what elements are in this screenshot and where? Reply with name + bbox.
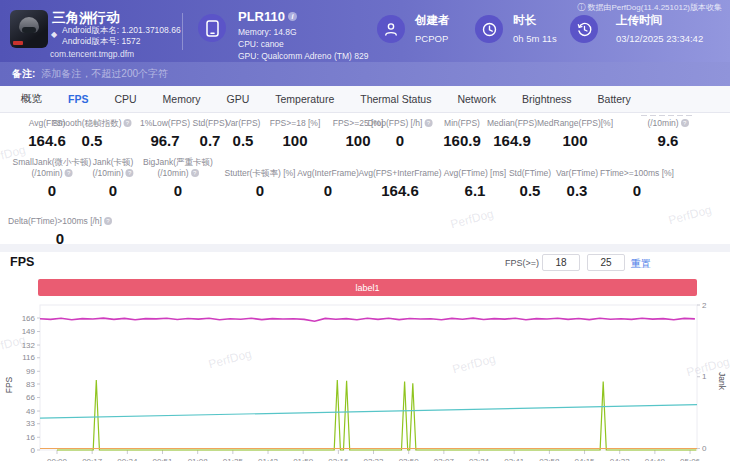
- info-icon: ⓘ: [577, 3, 587, 12]
- tab-概览[interactable]: 概览: [8, 92, 55, 106]
- svg-text:0: 0: [702, 444, 707, 453]
- stat-label: Avg(FPS+InterFrame): [358, 155, 441, 179]
- android-icon: ◆: [51, 30, 57, 39]
- stat-cell: Var(FPS)0.5: [226, 115, 261, 149]
- duration-value: 0h 5m 11s: [513, 33, 557, 44]
- help-icon[interactable]: ?: [191, 169, 199, 177]
- stat-label: FPS>=18 [%]: [270, 115, 321, 129]
- device-cpu: CPU: canoe: [238, 39, 284, 49]
- stat-value: 0.7: [193, 132, 228, 149]
- tab-Brightness[interactable]: Brightness: [509, 93, 585, 105]
- stat-label: FTime>=100ms [%]: [600, 155, 674, 179]
- stat-value: 96.7: [140, 132, 190, 149]
- tab-Thermal Status[interactable]: Thermal Status: [347, 93, 444, 105]
- stat-cell: FPS>=18 [%]100: [270, 115, 321, 149]
- stat-label: SmallJank(微小卡顿)(/10min)?: [13, 155, 92, 179]
- series-jank-spikes: [57, 380, 696, 450]
- upload-icon-circle: [570, 15, 598, 43]
- tab-CPU[interactable]: CPU: [101, 93, 149, 105]
- svg-text:99: 99: [26, 367, 35, 376]
- svg-text:03:07: 03:07: [434, 457, 455, 461]
- header-divider: [182, 13, 183, 50]
- stat-cell: Avg(FPS+InterFrame)164.6: [358, 155, 441, 199]
- svg-text:03:24: 03:24: [469, 457, 490, 461]
- fps-threshold1-input[interactable]: [542, 254, 580, 271]
- stat-value: 0: [297, 182, 359, 199]
- stat-value: 0: [13, 182, 92, 199]
- svg-text:04:49: 04:49: [645, 457, 666, 461]
- fps-chart[interactable]: 0163349668399116132149166FPS012Jank00:00…: [0, 297, 730, 461]
- svg-text:01:42: 01:42: [258, 457, 279, 461]
- notes-input[interactable]: 添加备注，不超过200个字符: [41, 67, 168, 81]
- help-icon[interactable]: ?: [123, 119, 131, 127]
- creator-icon-circle: [377, 15, 405, 43]
- svg-text:01:59: 01:59: [293, 457, 314, 461]
- stat-value: 9.6: [641, 132, 695, 149]
- stat-cell: FTime>=100ms [%]0: [600, 155, 674, 199]
- svg-text:66: 66: [26, 393, 35, 402]
- stat-cell: Delta(FTime)>100ms [/h]?0: [8, 214, 112, 247]
- reset-button[interactable]: 重置: [631, 257, 651, 271]
- header: ⓘ 数据由PerfDog(11.4.251012)版本收集 三角洲行动 ◆ An…: [0, 0, 730, 62]
- fps-threshold2-input[interactable]: [587, 254, 625, 271]
- stat-label: Min(FPS): [443, 115, 481, 129]
- duration-icon-circle: [475, 15, 503, 43]
- clock-icon: [482, 22, 497, 37]
- stat-value: 6.1: [444, 182, 506, 199]
- svg-text:02:50: 02:50: [399, 457, 420, 461]
- stat-label: Std(FTime): [509, 155, 551, 179]
- stat-cell: Jank(卡顿)(/10min)?0: [92, 155, 133, 199]
- tab-Memory[interactable]: Memory: [150, 93, 214, 105]
- svg-text:Jank: Jank: [717, 372, 727, 391]
- svg-text:04:15: 04:15: [575, 457, 596, 461]
- svg-text:01:25: 01:25: [223, 457, 244, 461]
- stat-cell: Smooth(稳帧指数)?0.5: [53, 115, 132, 149]
- svg-text:03:41: 03:41: [504, 457, 525, 461]
- svg-text:116: 116: [22, 353, 35, 362]
- stat-value: 164.9: [487, 132, 537, 149]
- svg-text:02:16: 02:16: [328, 457, 349, 461]
- series-fps: [40, 318, 695, 321]
- stat-label: (/10min)?: [641, 115, 695, 129]
- svg-text:83: 83: [26, 380, 35, 389]
- help-icon[interactable]: ?: [681, 119, 689, 127]
- svg-text:04:32: 04:32: [610, 457, 631, 461]
- stat-value: 0: [368, 132, 433, 149]
- phone-icon: [206, 20, 219, 37]
- tab-Temperature[interactable]: Temperature: [262, 93, 347, 105]
- help-icon[interactable]: ?: [104, 217, 112, 225]
- svg-text:166: 166: [22, 314, 36, 323]
- device-info-icon[interactable]: i: [288, 12, 297, 21]
- stat-cell: Drop(FPS) [/h]?0: [368, 115, 433, 149]
- tab-FPS[interactable]: FPS: [55, 93, 101, 105]
- help-icon[interactable]: ?: [424, 119, 432, 127]
- creator-label: 创建者: [415, 13, 450, 28]
- perfdog-report-page: ⓘ 数据由PerfDog(11.4.251012)版本收集 三角洲行动 ◆ An…: [0, 0, 730, 461]
- stat-label: Var(FPS): [226, 115, 261, 129]
- svg-text:149: 149: [22, 327, 36, 336]
- svg-text:132: 132: [22, 341, 36, 350]
- series-trend: [40, 405, 697, 419]
- help-icon[interactable]: ?: [65, 169, 73, 177]
- stat-cell: Std(FPS)0.7: [193, 115, 228, 149]
- stat-cell: SmallJank(微小卡顿)(/10min)?0: [13, 155, 92, 199]
- fps-threshold-label: FPS(>=): [505, 258, 539, 268]
- notes-label: 备注:: [12, 67, 35, 81]
- package-name: com.tencent.tmgp.dfm: [50, 49, 134, 59]
- tab-GPU[interactable]: GPU: [214, 93, 263, 105]
- section-divider: [0, 244, 730, 252]
- stat-value: 164.6: [358, 182, 441, 199]
- stat-cell: MedRange(FPS)[%]100: [537, 115, 613, 149]
- stat-cell: (/10min)?9.6: [641, 115, 695, 149]
- stat-label: Std(FPS): [193, 115, 228, 129]
- stat-label: Jank(卡顿)(/10min)?: [92, 155, 133, 179]
- help-icon[interactable]: ?: [126, 169, 134, 177]
- tab-Battery[interactable]: Battery: [585, 93, 644, 105]
- stat-value: 0: [92, 182, 133, 199]
- stat-cell: Median(FPS)164.9: [487, 115, 537, 149]
- stat-label: Stutter(卡顿率) [%]: [225, 155, 296, 179]
- svg-text:FPS: FPS: [4, 376, 14, 393]
- tab-bar: 概览FPSCPUMemoryGPUTemperatureThermal Stat…: [0, 86, 730, 113]
- tab-Network[interactable]: Network: [444, 93, 509, 105]
- stat-label: Smooth(稳帧指数)?: [53, 115, 132, 129]
